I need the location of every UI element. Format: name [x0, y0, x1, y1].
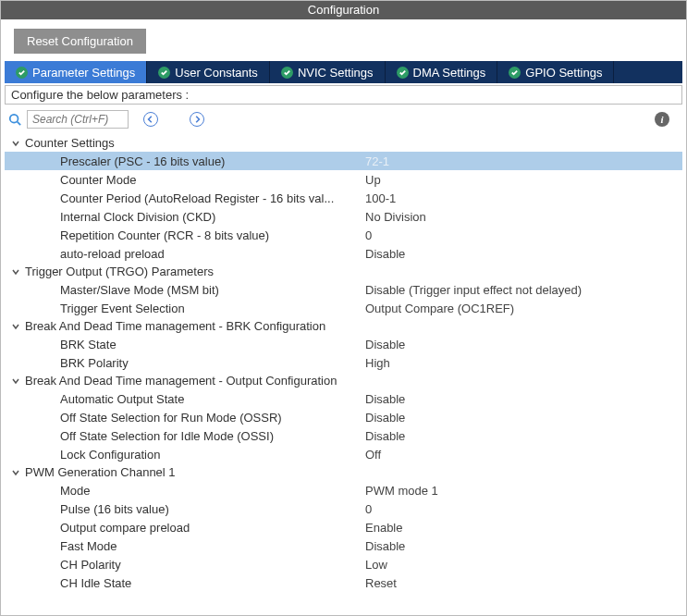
- parameter-value[interactable]: 100-1: [365, 191, 682, 205]
- parameter-row[interactable]: CH PolarityLow: [5, 555, 682, 573]
- parameter-value[interactable]: Low: [365, 558, 682, 572]
- parameter-row[interactable]: Master/Slave Mode (MSM bit)Disable (Trig…: [5, 280, 682, 299]
- group-header[interactable]: Counter Settings: [5, 134, 682, 152]
- parameter-row[interactable]: ModePWM mode 1: [5, 481, 682, 499]
- parameter-label: Lock Configuration: [60, 448, 365, 462]
- parameter-row[interactable]: Fast ModeDisable: [5, 536, 682, 555]
- check-icon: [281, 67, 293, 79]
- parameter-label: CH Idle State: [60, 576, 365, 590]
- parameter-label: Master/Slave Mode (MSM bit): [60, 283, 365, 297]
- search-next-button[interactable]: [190, 112, 204, 127]
- group-header[interactable]: Trigger Output (TRGO) Parameters: [5, 263, 682, 280]
- parameter-value[interactable]: Disable (Trigger input effect not delaye…: [365, 283, 682, 297]
- check-icon: [16, 67, 28, 79]
- parameter-label: auto-reload preload: [60, 247, 365, 261]
- parameter-value[interactable]: Up: [365, 173, 682, 187]
- group-header[interactable]: PWM Generation Channel 1: [5, 463, 682, 481]
- parameter-row[interactable]: Repetition Counter (RCR - 8 bits value)0: [5, 226, 682, 244]
- tab-dma-settings[interactable]: DMA Settings: [386, 61, 498, 83]
- chevron-down-icon: [10, 138, 21, 149]
- parameter-value[interactable]: Disable: [365, 411, 682, 425]
- parameter-label: CH Polarity: [60, 558, 365, 572]
- parameter-label: BRK State: [60, 338, 365, 351]
- parameter-value[interactable]: Off: [365, 448, 682, 462]
- parameter-row[interactable]: Off State Selection for Run Mode (OSSR)D…: [5, 408, 682, 426]
- tab-label: NVIC Settings: [298, 66, 374, 80]
- parameter-value[interactable]: 72-1: [365, 154, 682, 168]
- chevron-down-icon: [10, 266, 21, 277]
- parameter-row[interactable]: BRK StateDisable: [5, 335, 682, 353]
- parameter-label: Off State Selection for Idle Mode (OSSI): [60, 429, 365, 443]
- search-icon[interactable]: [8, 113, 21, 126]
- parameter-row[interactable]: Pulse (16 bits value)0: [5, 499, 682, 518]
- parameter-label: Output compare preload: [60, 521, 365, 535]
- configure-parameters-label: Configure the below parameters :: [5, 85, 682, 105]
- parameter-value[interactable]: No Division: [365, 210, 682, 224]
- search-row: i: [1, 106, 686, 134]
- parameter-row[interactable]: Off State Selection for Idle Mode (OSSI)…: [5, 426, 682, 445]
- parameter-row[interactable]: CH Idle StateReset: [5, 573, 682, 592]
- parameter-value[interactable]: Disable: [365, 539, 682, 553]
- window-title: Configuration: [308, 3, 379, 17]
- group-title: Break And Dead Time management - BRK Con…: [25, 319, 325, 333]
- tab-user-constants[interactable]: User Constants: [147, 61, 270, 83]
- parameter-row[interactable]: Counter ModeUp: [5, 170, 682, 189]
- check-icon: [397, 67, 409, 79]
- parameter-row[interactable]: Output compare preloadEnable: [5, 518, 682, 536]
- group-header[interactable]: Break And Dead Time management - BRK Con…: [5, 317, 682, 335]
- parameter-value[interactable]: Disable: [365, 338, 682, 351]
- parameter-label: Off State Selection for Run Mode (OSSR): [60, 411, 365, 425]
- parameter-value[interactable]: Output Compare (OC1REF): [365, 302, 682, 315]
- parameter-value[interactable]: High: [365, 356, 682, 370]
- parameter-row[interactable]: Automatic Output StateDisable: [5, 389, 682, 408]
- search-prev-button[interactable]: [143, 112, 158, 127]
- group-title: Trigger Output (TRGO) Parameters: [25, 265, 214, 278]
- parameter-label: Automatic Output State: [60, 392, 365, 406]
- parameter-label: Counter Mode: [60, 173, 365, 187]
- parameter-value[interactable]: Enable: [365, 521, 682, 535]
- parameter-tree: Counter SettingsPrescaler (PSC - 16 bits…: [1, 134, 686, 596]
- tab-gpio-settings[interactable]: GPIO Settings: [497, 61, 614, 83]
- parameter-value[interactable]: Disable: [365, 247, 682, 261]
- group-title: Break And Dead Time management - Output …: [25, 374, 337, 388]
- search-input[interactable]: [27, 110, 129, 129]
- toolbar: Reset Configuration: [1, 19, 686, 61]
- group-title: PWM Generation Channel 1: [25, 465, 176, 479]
- info-icon[interactable]: i: [655, 112, 669, 127]
- parameter-label: Prescaler (PSC - 16 bits value): [60, 154, 365, 168]
- parameter-value[interactable]: 0: [365, 502, 682, 516]
- parameter-row[interactable]: auto-reload preloadDisable: [5, 244, 682, 263]
- parameter-label: Mode: [60, 484, 365, 498]
- parameter-value[interactable]: Disable: [365, 429, 682, 443]
- chevron-down-icon: [10, 376, 21, 387]
- tab-label: GPIO Settings: [525, 66, 602, 80]
- tab-nvic-settings[interactable]: NVIC Settings: [270, 61, 386, 83]
- parameter-row[interactable]: BRK PolarityHigh: [5, 353, 682, 372]
- tabs-bar: Parameter SettingsUser ConstantsNVIC Set…: [5, 61, 682, 83]
- parameter-value[interactable]: 0: [365, 228, 682, 242]
- parameter-label: Fast Mode: [60, 539, 365, 553]
- parameter-row[interactable]: Lock ConfigurationOff: [5, 445, 682, 463]
- parameter-label: Pulse (16 bits value): [60, 502, 365, 516]
- parameter-label: BRK Polarity: [60, 356, 365, 370]
- check-icon: [509, 67, 521, 79]
- group-title: Counter Settings: [25, 136, 115, 150]
- tab-parameter-settings[interactable]: Parameter Settings: [5, 61, 147, 83]
- parameter-row[interactable]: Prescaler (PSC - 16 bits value)72-1: [5, 152, 682, 170]
- chevron-down-icon: [10, 467, 21, 478]
- parameter-value[interactable]: PWM mode 1: [365, 484, 682, 498]
- parameter-row[interactable]: Counter Period (AutoReload Register - 16…: [5, 189, 682, 207]
- chevron-down-icon: [10, 321, 21, 332]
- reset-configuration-button[interactable]: Reset Configuration: [14, 29, 146, 54]
- svg-point-0: [10, 115, 18, 123]
- parameter-label: Counter Period (AutoReload Register - 16…: [60, 191, 365, 205]
- parameter-row[interactable]: Internal Clock Division (CKD)No Division: [5, 207, 682, 226]
- svg-line-1: [18, 122, 21, 126]
- tab-label: DMA Settings: [413, 66, 486, 80]
- parameter-value[interactable]: Disable: [365, 392, 682, 406]
- parameter-value[interactable]: Reset: [365, 576, 682, 590]
- window-title-bar: Configuration: [1, 1, 686, 19]
- parameter-row[interactable]: Trigger Event SelectionOutput Compare (O…: [5, 299, 682, 317]
- group-header[interactable]: Break And Dead Time management - Output …: [5, 372, 682, 389]
- parameter-label: Internal Clock Division (CKD): [60, 210, 365, 224]
